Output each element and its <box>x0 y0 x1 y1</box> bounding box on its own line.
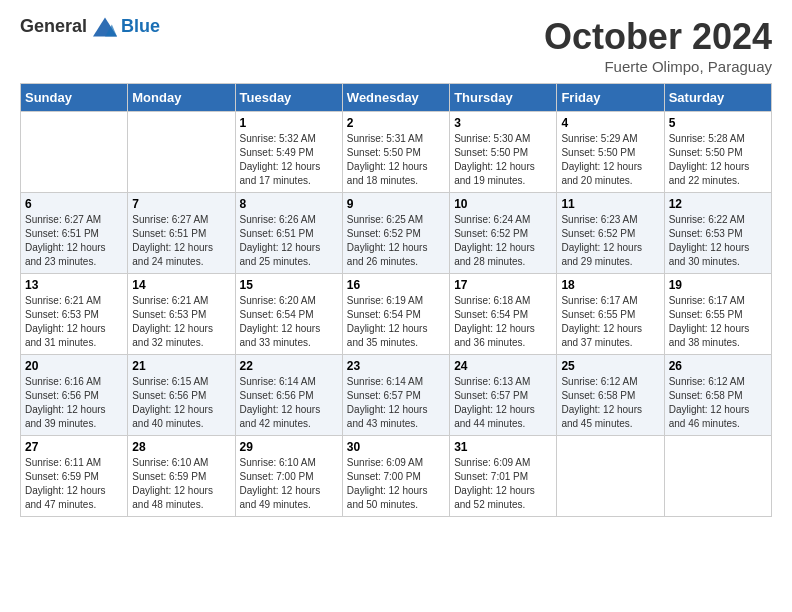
day-info: Sunrise: 6:17 AMSunset: 6:55 PMDaylight:… <box>561 294 659 350</box>
day-number: 22 <box>240 359 338 373</box>
day-cell: 1Sunrise: 5:32 AMSunset: 5:49 PMDaylight… <box>235 112 342 193</box>
day-cell: 19Sunrise: 6:17 AMSunset: 6:55 PMDayligh… <box>664 274 771 355</box>
day-cell: 3Sunrise: 5:30 AMSunset: 5:50 PMDaylight… <box>450 112 557 193</box>
day-cell: 12Sunrise: 6:22 AMSunset: 6:53 PMDayligh… <box>664 193 771 274</box>
day-number: 29 <box>240 440 338 454</box>
weekday-header-tuesday: Tuesday <box>235 84 342 112</box>
day-info: Sunrise: 6:21 AMSunset: 6:53 PMDaylight:… <box>132 294 230 350</box>
day-cell <box>128 112 235 193</box>
day-info: Sunrise: 6:10 AMSunset: 6:59 PMDaylight:… <box>132 456 230 512</box>
day-info: Sunrise: 5:30 AMSunset: 5:50 PMDaylight:… <box>454 132 552 188</box>
day-cell: 21Sunrise: 6:15 AMSunset: 6:56 PMDayligh… <box>128 355 235 436</box>
weekday-header-monday: Monday <box>128 84 235 112</box>
day-number: 30 <box>347 440 445 454</box>
day-cell: 4Sunrise: 5:29 AMSunset: 5:50 PMDaylight… <box>557 112 664 193</box>
day-number: 18 <box>561 278 659 292</box>
day-info: Sunrise: 5:28 AMSunset: 5:50 PMDaylight:… <box>669 132 767 188</box>
day-cell: 27Sunrise: 6:11 AMSunset: 6:59 PMDayligh… <box>21 436 128 517</box>
day-info: Sunrise: 6:12 AMSunset: 6:58 PMDaylight:… <box>561 375 659 431</box>
day-cell: 16Sunrise: 6:19 AMSunset: 6:54 PMDayligh… <box>342 274 449 355</box>
day-number: 31 <box>454 440 552 454</box>
day-info: Sunrise: 6:26 AMSunset: 6:51 PMDaylight:… <box>240 213 338 269</box>
day-info: Sunrise: 6:23 AMSunset: 6:52 PMDaylight:… <box>561 213 659 269</box>
day-number: 6 <box>25 197 123 211</box>
day-number: 12 <box>669 197 767 211</box>
day-number: 13 <box>25 278 123 292</box>
header: General Blue October 2024 Fuerte Olimpo,… <box>20 16 772 75</box>
day-cell: 17Sunrise: 6:18 AMSunset: 6:54 PMDayligh… <box>450 274 557 355</box>
day-number: 25 <box>561 359 659 373</box>
day-cell: 8Sunrise: 6:26 AMSunset: 6:51 PMDaylight… <box>235 193 342 274</box>
weekday-header-sunday: Sunday <box>21 84 128 112</box>
day-cell: 28Sunrise: 6:10 AMSunset: 6:59 PMDayligh… <box>128 436 235 517</box>
day-info: Sunrise: 6:14 AMSunset: 6:57 PMDaylight:… <box>347 375 445 431</box>
day-cell: 30Sunrise: 6:09 AMSunset: 7:00 PMDayligh… <box>342 436 449 517</box>
day-number: 17 <box>454 278 552 292</box>
day-cell: 20Sunrise: 6:16 AMSunset: 6:56 PMDayligh… <box>21 355 128 436</box>
day-cell: 10Sunrise: 6:24 AMSunset: 6:52 PMDayligh… <box>450 193 557 274</box>
weekday-header-thursday: Thursday <box>450 84 557 112</box>
weekday-header-wednesday: Wednesday <box>342 84 449 112</box>
day-info: Sunrise: 6:27 AMSunset: 6:51 PMDaylight:… <box>132 213 230 269</box>
week-row-1: 1Sunrise: 5:32 AMSunset: 5:49 PMDaylight… <box>21 112 772 193</box>
week-row-3: 13Sunrise: 6:21 AMSunset: 6:53 PMDayligh… <box>21 274 772 355</box>
day-number: 2 <box>347 116 445 130</box>
location: Fuerte Olimpo, Paraguay <box>544 58 772 75</box>
day-number: 8 <box>240 197 338 211</box>
week-row-2: 6Sunrise: 6:27 AMSunset: 6:51 PMDaylight… <box>21 193 772 274</box>
day-info: Sunrise: 6:17 AMSunset: 6:55 PMDaylight:… <box>669 294 767 350</box>
logo: General Blue <box>20 16 160 37</box>
day-number: 23 <box>347 359 445 373</box>
day-info: Sunrise: 6:14 AMSunset: 6:56 PMDaylight:… <box>240 375 338 431</box>
logo-general: General <box>20 16 87 37</box>
day-cell: 5Sunrise: 5:28 AMSunset: 5:50 PMDaylight… <box>664 112 771 193</box>
day-cell: 14Sunrise: 6:21 AMSunset: 6:53 PMDayligh… <box>128 274 235 355</box>
day-cell: 25Sunrise: 6:12 AMSunset: 6:58 PMDayligh… <box>557 355 664 436</box>
weekday-header-friday: Friday <box>557 84 664 112</box>
day-number: 27 <box>25 440 123 454</box>
day-cell: 13Sunrise: 6:21 AMSunset: 6:53 PMDayligh… <box>21 274 128 355</box>
day-cell: 2Sunrise: 5:31 AMSunset: 5:50 PMDaylight… <box>342 112 449 193</box>
day-cell: 26Sunrise: 6:12 AMSunset: 6:58 PMDayligh… <box>664 355 771 436</box>
day-number: 15 <box>240 278 338 292</box>
calendar-table: SundayMondayTuesdayWednesdayThursdayFrid… <box>20 83 772 517</box>
week-row-4: 20Sunrise: 6:16 AMSunset: 6:56 PMDayligh… <box>21 355 772 436</box>
calendar-container: General Blue October 2024 Fuerte Olimpo,… <box>0 0 792 537</box>
weekday-header-row: SundayMondayTuesdayWednesdayThursdayFrid… <box>21 84 772 112</box>
day-info: Sunrise: 6:15 AMSunset: 6:56 PMDaylight:… <box>132 375 230 431</box>
day-number: 21 <box>132 359 230 373</box>
month-title: October 2024 <box>544 16 772 58</box>
day-number: 16 <box>347 278 445 292</box>
day-info: Sunrise: 5:32 AMSunset: 5:49 PMDaylight:… <box>240 132 338 188</box>
day-info: Sunrise: 6:22 AMSunset: 6:53 PMDaylight:… <box>669 213 767 269</box>
day-number: 7 <box>132 197 230 211</box>
day-cell <box>557 436 664 517</box>
day-info: Sunrise: 6:19 AMSunset: 6:54 PMDaylight:… <box>347 294 445 350</box>
day-cell: 29Sunrise: 6:10 AMSunset: 7:00 PMDayligh… <box>235 436 342 517</box>
day-number: 28 <box>132 440 230 454</box>
day-cell <box>21 112 128 193</box>
day-info: Sunrise: 6:18 AMSunset: 6:54 PMDaylight:… <box>454 294 552 350</box>
day-number: 9 <box>347 197 445 211</box>
day-number: 26 <box>669 359 767 373</box>
day-info: Sunrise: 5:29 AMSunset: 5:50 PMDaylight:… <box>561 132 659 188</box>
day-cell: 11Sunrise: 6:23 AMSunset: 6:52 PMDayligh… <box>557 193 664 274</box>
day-info: Sunrise: 6:25 AMSunset: 6:52 PMDaylight:… <box>347 213 445 269</box>
logo-blue: Blue <box>121 16 160 37</box>
day-cell: 15Sunrise: 6:20 AMSunset: 6:54 PMDayligh… <box>235 274 342 355</box>
day-cell: 18Sunrise: 6:17 AMSunset: 6:55 PMDayligh… <box>557 274 664 355</box>
day-number: 20 <box>25 359 123 373</box>
day-info: Sunrise: 6:09 AMSunset: 7:01 PMDaylight:… <box>454 456 552 512</box>
day-info: Sunrise: 6:12 AMSunset: 6:58 PMDaylight:… <box>669 375 767 431</box>
day-number: 14 <box>132 278 230 292</box>
day-cell <box>664 436 771 517</box>
day-number: 4 <box>561 116 659 130</box>
day-number: 19 <box>669 278 767 292</box>
day-cell: 23Sunrise: 6:14 AMSunset: 6:57 PMDayligh… <box>342 355 449 436</box>
day-number: 11 <box>561 197 659 211</box>
day-info: Sunrise: 6:09 AMSunset: 7:00 PMDaylight:… <box>347 456 445 512</box>
day-info: Sunrise: 6:21 AMSunset: 6:53 PMDaylight:… <box>25 294 123 350</box>
day-number: 5 <box>669 116 767 130</box>
day-cell: 22Sunrise: 6:14 AMSunset: 6:56 PMDayligh… <box>235 355 342 436</box>
day-info: Sunrise: 6:27 AMSunset: 6:51 PMDaylight:… <box>25 213 123 269</box>
